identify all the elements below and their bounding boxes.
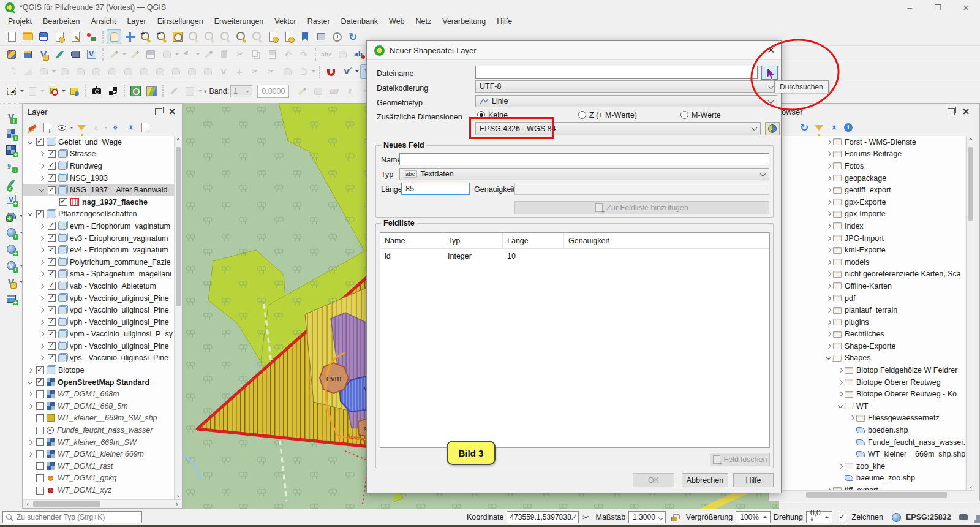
- layer-tree-row[interactable]: vpd - Vaccinio_uliginosi_Pine: [23, 304, 174, 316]
- layer-tree-row[interactable]: WT_DGM1_kleiner 669m: [23, 448, 174, 460]
- add-postgis-layer-icon[interactable]: [4, 209, 18, 224]
- menu-item[interactable]: Datenbank: [336, 16, 383, 27]
- add-vector-layer-icon[interactable]: [4, 110, 18, 124]
- reshape-features-icon[interactable]: [184, 64, 199, 79]
- search-input[interactable]: [2, 511, 142, 523]
- col-laenge[interactable]: Länge: [503, 233, 564, 249]
- layer-checkbox[interactable]: [36, 366, 44, 374]
- crs-status-globe-icon[interactable]: [890, 511, 902, 523]
- crs-picker-button[interactable]: [765, 122, 780, 135]
- browser-tree-row[interactable]: Biotope Oberer Reutweg - Ko: [822, 388, 965, 400]
- layer-checkbox[interactable]: [48, 150, 56, 158]
- browser-tree-row[interactable]: plugins: [822, 316, 965, 328]
- layer-checkbox[interactable]: [36, 390, 44, 398]
- expand-arrow-icon[interactable]: [824, 198, 833, 207]
- layer-checkbox[interactable]: [48, 342, 56, 350]
- delete-part-icon[interactable]: [168, 64, 183, 79]
- style-manager-icon[interactable]: [84, 29, 99, 44]
- menu-item[interactable]: Projekt: [2, 16, 37, 27]
- expand-arrow-icon[interactable]: [37, 342, 46, 351]
- raster-eyedropper-icon[interactable]: [167, 84, 181, 99]
- refresh-map-icon[interactable]: [345, 29, 360, 44]
- pan-map-icon[interactable]: [107, 29, 121, 44]
- close-panel-icon[interactable]: ✕: [962, 107, 970, 116]
- layer-tree-row[interactable]: Rundweg: [23, 160, 174, 172]
- col-typ[interactable]: Typ: [443, 233, 503, 249]
- split-features-icon[interactable]: [216, 64, 231, 79]
- raster-epsilon-icon[interactable]: [342, 84, 357, 99]
- expand-arrow-icon[interactable]: [26, 138, 34, 146]
- expand-arrow-icon[interactable]: [37, 258, 46, 267]
- layer-checkbox[interactable]: [48, 186, 56, 194]
- expand-arrow-icon[interactable]: [848, 414, 856, 422]
- save-project-icon[interactable]: [36, 29, 51, 44]
- menu-item[interactable]: Raster: [302, 16, 336, 27]
- browser-tree-row[interactable]: geotiff_export: [822, 184, 965, 196]
- expand-arrow-icon[interactable]: [37, 234, 46, 243]
- radio-icon[interactable]: [578, 111, 586, 119]
- layer-checkbox[interactable]: [48, 234, 56, 242]
- zoom-to-selection-icon[interactable]: [186, 29, 201, 44]
- field-name-input[interactable]: [399, 153, 769, 165]
- rotate-feature-icon[interactable]: [73, 64, 88, 79]
- new-spatialite-layer-icon[interactable]: [52, 47, 67, 62]
- layer-checkbox[interactable]: [36, 438, 44, 446]
- lock-scale-icon[interactable]: [668, 511, 680, 523]
- browser-tree-row[interactable]: Offline-Karten: [822, 280, 965, 292]
- expand-arrow-icon[interactable]: [26, 474, 34, 482]
- browser-tree-row[interactable]: kml-Exporte: [822, 244, 965, 256]
- browser-tree-row[interactable]: Shape-Exporte: [822, 340, 965, 352]
- expand-arrow-icon[interactable]: [836, 390, 845, 398]
- expand-arrow-icon[interactable]: [824, 342, 833, 351]
- layer-tree-row[interactable]: NSG_1937 = Alter Bannwald: [23, 184, 174, 196]
- raster-color-swatch-icon[interactable]: [183, 84, 197, 99]
- expand-arrow-icon[interactable]: [824, 282, 833, 290]
- dim-option-z[interactable]: Z (+ M-Werte): [578, 111, 637, 119]
- browser-tree-row[interactable]: baeume_zoo.shp: [822, 472, 965, 485]
- expand-arrow-icon[interactable]: [37, 186, 46, 194]
- map-screenshot-icon[interactable]: [89, 84, 104, 99]
- expand-arrow-icon[interactable]: [37, 222, 46, 230]
- pixel-selection-icon[interactable]: [105, 84, 120, 99]
- expand-arrow-icon[interactable]: [37, 282, 46, 290]
- layer-vertical-scrollbar[interactable]: ⌃ ⌄: [174, 136, 182, 499]
- id[interactable]: id Integer 10: [380, 249, 769, 264]
- layer-tree-row[interactable]: WT_kleiner_669m_SW: [23, 436, 174, 449]
- menu-item[interactable]: Erweiterungen: [209, 16, 270, 27]
- select-by-form-icon[interactable]: [25, 84, 40, 99]
- scale-select[interactable]: 1:3000: [628, 511, 666, 523]
- add-wms-layer-icon[interactable]: [4, 242, 18, 257]
- layer-checkbox[interactable]: [48, 258, 56, 266]
- layout-manager-icon[interactable]: [68, 29, 83, 44]
- browser-tree-row[interactable]: models: [822, 256, 965, 268]
- expand-arrow-icon[interactable]: [836, 378, 845, 387]
- layer-checkbox[interactable]: [48, 246, 56, 254]
- expand-arrow-icon[interactable]: [824, 138, 833, 146]
- trim-extend-icon[interactable]: [296, 64, 311, 79]
- add-group-icon[interactable]: [40, 121, 54, 134]
- layer-tree-row[interactable]: vpb - Vaccinio_uliginosi_Pine: [23, 292, 174, 305]
- add-ring-icon[interactable]: [105, 64, 119, 79]
- log-messages-icon[interactable]: [957, 511, 970, 523]
- minimize-button[interactable]: –: [895, 0, 924, 15]
- expand-arrow-icon[interactable]: [26, 414, 34, 422]
- expand-all-icon[interactable]: [109, 121, 123, 134]
- layer-tree-row[interactable]: OpenStreetMap Standard: [23, 376, 174, 389]
- expand-arrow-icon[interactable]: [37, 294, 46, 303]
- menu-item[interactable]: Layer: [121, 16, 151, 27]
- expand-arrow-icon[interactable]: [37, 150, 46, 158]
- browser-tree-row[interactable]: Funde_feucht_nass_wasser.: [822, 436, 965, 449]
- open-layer-styling-icon[interactable]: [26, 121, 39, 134]
- layer-checkbox[interactable]: [48, 270, 56, 278]
- bookmark-icon[interactable]: [298, 29, 312, 44]
- menu-item[interactable]: Hilfe: [491, 16, 518, 27]
- menu-item[interactable]: Netz: [410, 16, 437, 27]
- layer-checkbox[interactable]: [36, 378, 44, 386]
- filename-input[interactable]: [475, 66, 758, 79]
- opacity-input[interactable]: 0,0000: [257, 85, 289, 98]
- layer-checkbox[interactable]: [48, 330, 56, 338]
- browser-tree-row[interactable]: WT_kleiner__669m_shp.shp: [822, 448, 965, 460]
- layer-tree-row[interactable]: Gebiet_und_Wege: [23, 136, 174, 148]
- raster-blend-icon[interactable]: [311, 84, 325, 99]
- layer-checkbox[interactable]: [48, 306, 56, 314]
